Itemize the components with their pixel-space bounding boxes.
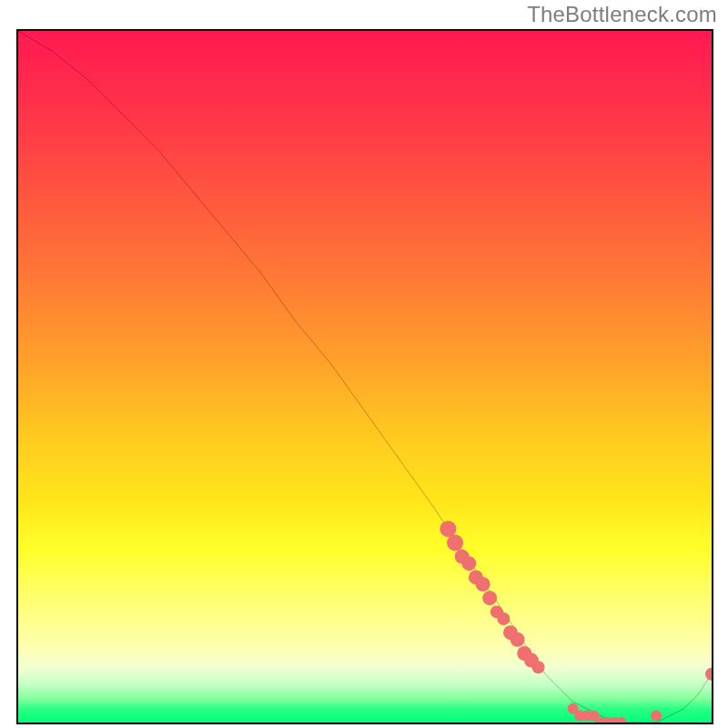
- highlight-dots: [440, 521, 712, 723]
- chart-frame: TheBottleneck.com: [0, 0, 728, 728]
- highlight-dot: [440, 521, 456, 537]
- watermark-text: TheBottleneck.com: [527, 2, 717, 27]
- highlight-dot: [511, 632, 525, 647]
- curve-layer: [18, 31, 712, 723]
- highlight-dot: [482, 591, 497, 605]
- bottleneck-curve: [18, 31, 712, 723]
- highlight-dot: [497, 612, 510, 625]
- highlight-dot: [531, 661, 544, 673]
- highlight-dot: [461, 556, 476, 571]
- highlight-dot: [705, 668, 712, 681]
- highlight-dot: [447, 534, 463, 551]
- highlight-dot: [476, 577, 490, 592]
- plot-area: [16, 29, 713, 724]
- highlight-dot: [651, 710, 662, 721]
- highlight-dot: [616, 717, 627, 723]
